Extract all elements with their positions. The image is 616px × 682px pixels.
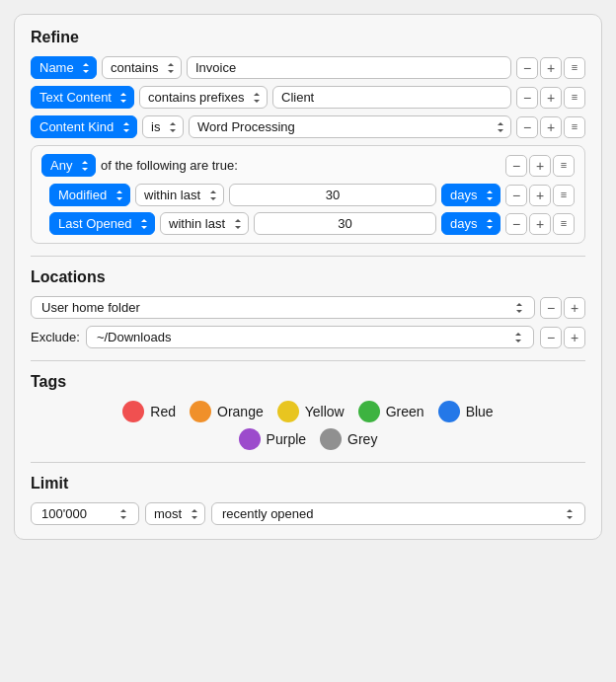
last-opened-row-actions: − + ≡ [505, 213, 575, 235]
limit-sort-select[interactable]: most [145, 502, 205, 525]
nested-minus-button[interactable]: − [505, 155, 527, 177]
modified-row: Modified within last days − + ≡ [49, 184, 575, 206]
content-kind-plus-button[interactable]: + [540, 116, 562, 138]
tag-red-dot [122, 401, 144, 422]
content-kind-more-button[interactable]: ≡ [564, 116, 585, 138]
of-following-label: of the following are true: [101, 158, 238, 173]
tag-orange-label: Orange [217, 404, 264, 419]
name-minus-button[interactable]: − [516, 57, 538, 79]
text-content-operator-select[interactable]: contains prefixes [139, 86, 268, 109]
limit-order-select[interactable]: recently opened [211, 502, 585, 525]
tag-blue[interactable]: Blue [438, 401, 494, 422]
nested-header-actions: − + ≡ [505, 155, 575, 177]
exclude-arrow[interactable] [509, 331, 527, 344]
tag-purple-dot [239, 428, 261, 450]
tag-red[interactable]: Red [122, 401, 176, 422]
content-kind-field-select[interactable]: Content Kind [31, 115, 137, 138]
nested-rows: Modified within last days − + ≡ Last O [41, 184, 575, 235]
exclude-plus-button[interactable]: + [564, 327, 585, 348]
modified-unit-select[interactable]: days [441, 184, 500, 206]
refine-panel: Refine Name contains − + ≡ Text Content … [14, 14, 602, 540]
limit-value: 100'000 [41, 506, 115, 521]
text-content-minus-button[interactable]: − [516, 87, 538, 109]
tags-row-2: Purple Grey [31, 428, 585, 450]
tag-orange-dot [190, 401, 211, 422]
tag-green[interactable]: Green [358, 401, 424, 422]
nested-group: Any of the following are true: − + ≡ Mod… [31, 145, 585, 244]
exclude-label: Exclude: [31, 330, 80, 344]
location-select[interactable]: User home folder [31, 296, 535, 319]
name-field-select[interactable]: Name [31, 56, 97, 79]
tag-yellow-dot [277, 401, 299, 422]
modified-plus-button[interactable]: + [529, 185, 551, 206]
last-opened-number-input[interactable] [254, 212, 436, 235]
modified-row-actions: − + ≡ [505, 185, 575, 206]
text-content-value-input[interactable] [272, 86, 511, 109]
tag-grey-dot [320, 428, 342, 450]
last-opened-field-select[interactable]: Last Opened [49, 212, 155, 235]
last-opened-plus-button[interactable]: + [529, 213, 551, 235]
modified-operator-select[interactable]: within last [135, 184, 224, 206]
modified-more-button[interactable]: ≡ [553, 185, 575, 206]
last-opened-operator-select[interactable]: within last [160, 212, 249, 235]
tag-yellow-label: Yellow [305, 404, 345, 419]
name-row: Name contains − + ≡ [31, 56, 585, 79]
limit-row: 100'000 most recently opened [31, 502, 585, 525]
limit-value-select[interactable]: 100'000 [31, 502, 139, 525]
exclude-minus-button[interactable]: − [540, 327, 562, 348]
tag-orange[interactable]: Orange [190, 401, 264, 422]
tag-green-dot [358, 401, 380, 422]
location-row-actions: − + [540, 297, 585, 319]
last-opened-unit-select[interactable]: days [441, 212, 500, 235]
location-value: User home folder [41, 300, 510, 315]
tags-title: Tags [31, 373, 585, 391]
last-opened-minus-button[interactable]: − [505, 213, 527, 235]
location-row: User home folder − + [31, 296, 585, 319]
name-value-input[interactable] [187, 56, 511, 79]
limit-order-arrow[interactable] [561, 507, 578, 521]
modified-field-select[interactable]: Modified [49, 184, 130, 206]
location-arrow[interactable] [510, 301, 528, 315]
limit-title: Limit [31, 475, 585, 493]
content-kind-operator-select[interactable]: is [142, 115, 184, 138]
last-opened-more-button[interactable]: ≡ [553, 213, 575, 235]
nested-plus-button[interactable]: + [529, 155, 551, 177]
text-content-field-select[interactable]: Text Content [31, 86, 134, 109]
content-kind-minus-button[interactable]: − [516, 116, 538, 138]
modified-number-input[interactable] [229, 184, 436, 206]
nested-header: Any of the following are true: − + ≡ [41, 154, 575, 177]
name-more-button[interactable]: ≡ [564, 57, 585, 79]
divider-1 [31, 256, 585, 257]
tag-blue-label: Blue [466, 404, 494, 419]
location-minus-button[interactable]: − [540, 297, 562, 319]
location-plus-button[interactable]: + [564, 297, 585, 319]
tag-purple-label: Purple [267, 431, 306, 447]
modified-minus-button[interactable]: − [505, 185, 527, 206]
nested-more-button[interactable]: ≡ [553, 155, 575, 177]
text-content-more-button[interactable]: ≡ [564, 87, 585, 109]
exclude-value: ~/Downloads [97, 330, 509, 344]
text-content-row-actions: − + ≡ [516, 87, 585, 109]
quantifier-select[interactable]: Any [41, 154, 96, 177]
tag-grey[interactable]: Grey [320, 428, 377, 450]
tag-blue-dot [438, 401, 460, 422]
exclude-row: Exclude: ~/Downloads − + [31, 326, 585, 348]
content-kind-value-select[interactable]: Word Processing [189, 115, 511, 138]
limit-order-value: recently opened [222, 506, 561, 521]
locations-title: Locations [31, 268, 585, 286]
divider-2 [31, 360, 585, 361]
content-kind-row-actions: − + ≡ [516, 116, 585, 138]
name-plus-button[interactable]: + [540, 57, 562, 79]
tag-green-label: Green [386, 404, 424, 419]
text-content-row: Text Content contains prefixes − + ≡ [31, 86, 585, 109]
last-opened-row: Last Opened within last days − + ≡ [49, 212, 575, 235]
name-operator-select[interactable]: contains [102, 56, 182, 79]
tags-row-1: Red Orange Yellow Green Blue [31, 401, 585, 422]
tag-yellow[interactable]: Yellow [277, 401, 345, 422]
tag-red-label: Red [150, 404, 176, 419]
exclude-select[interactable]: ~/Downloads [86, 326, 534, 348]
tag-purple[interactable]: Purple [239, 428, 306, 450]
tag-grey-label: Grey [347, 431, 377, 447]
limit-value-arrow[interactable] [115, 507, 132, 521]
text-content-plus-button[interactable]: + [540, 87, 562, 109]
